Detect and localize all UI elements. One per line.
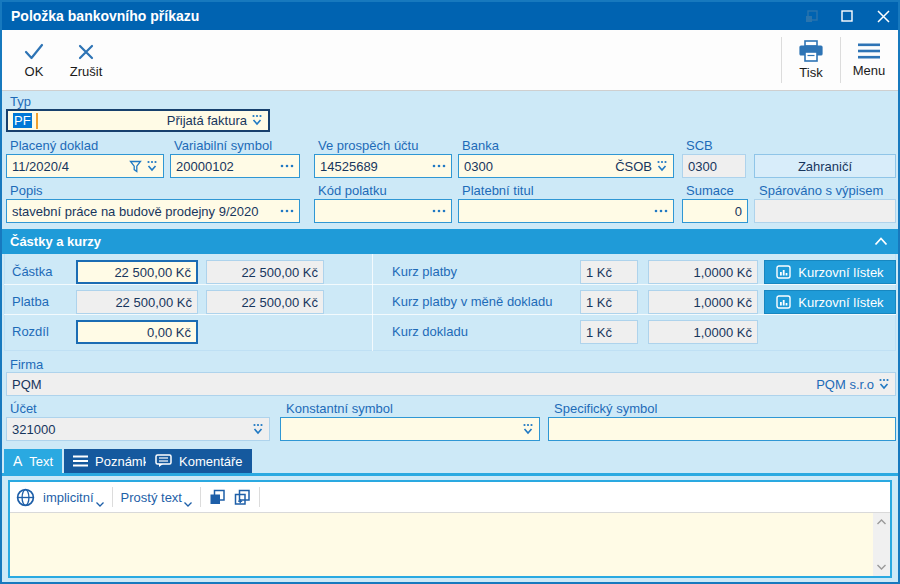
firma-label: Firma <box>10 357 43 372</box>
ve-prospech-uctu-field[interactable]: 14525689 <box>314 154 452 178</box>
x-icon <box>77 42 95 61</box>
editor-toolbar: implicitní Prostý text <box>10 482 890 513</box>
ok-button[interactable]: OK <box>10 36 58 84</box>
rozdil-field[interactable]: 0,00 Kč <box>76 320 198 344</box>
tab-strip-line <box>2 473 898 476</box>
chevron-up-icon[interactable] <box>874 237 898 246</box>
toolbar-separator <box>840 37 841 83</box>
notes-lines-icon <box>73 455 88 467</box>
sparovano-field <box>754 199 896 223</box>
kurzovni-listek-button[interactable]: Kurzovní lístek <box>764 260 896 284</box>
format-select[interactable]: Prostý text <box>121 490 192 505</box>
popis-field[interactable]: stavební práce na budově prodejny 9/2020 <box>6 199 300 223</box>
globe-icon[interactable] <box>16 488 35 507</box>
kod-polatku-field[interactable] <box>314 199 452 223</box>
specificky-symbol-label: Specifický symbol <box>554 401 657 416</box>
amounts-section-title: Částky a kurzy <box>2 234 874 249</box>
firma-field[interactable]: PQM PQM s.r.o <box>6 372 896 396</box>
toolbar-separator <box>781 37 782 83</box>
kurz-dokladu-unit-field: 1 Kč <box>580 320 638 344</box>
banka-field[interactable]: 0300 ČSOB <box>458 154 674 178</box>
typ-code: PF <box>13 113 32 128</box>
konstantni-symbol-field[interactable] <box>280 417 540 441</box>
close-icon[interactable] <box>872 5 894 27</box>
firma-display: PQM s.r.o <box>816 377 874 392</box>
ucet-label: Účet <box>10 401 37 416</box>
sumace-label: Sumace <box>686 183 734 198</box>
platba-field: 22 500,00 Kč <box>76 290 198 314</box>
maximize-icon[interactable] <box>836 5 858 27</box>
copy-plus-icon[interactable] <box>234 489 251 505</box>
variabilni-symbol-label: Variabilní symbol <box>174 138 272 153</box>
placeny-doklad-label: Placený doklad <box>10 138 98 153</box>
konstantni-symbol-label: Konstantní symbol <box>286 401 393 416</box>
tab-komentare-label: Komentáře <box>179 454 243 469</box>
chevron-down-icon <box>184 502 192 507</box>
main-toolbar: OK Zrušit Tisk Menu <box>2 30 898 91</box>
ellipsis-icon[interactable] <box>654 209 668 213</box>
dialog-window: Položka bankovního příkazu OK Zrušit <box>0 0 900 584</box>
chevron-down-icon <box>96 502 104 507</box>
typ-label: Typ <box>10 94 31 109</box>
combo-dropdown-icon[interactable] <box>251 114 263 127</box>
kurz-platby-rate-field: 1,0000 Kč <box>648 260 758 284</box>
castka-readonly-field: 22 500,00 Kč <box>206 260 324 284</box>
kod-polatku-label: Kód polatku <box>318 183 387 198</box>
rate-chart-icon <box>776 265 791 279</box>
text-content-area[interactable] <box>10 513 873 576</box>
printer-icon <box>798 40 824 62</box>
combo-dropdown-icon[interactable] <box>522 423 534 436</box>
filter-icon[interactable] <box>129 160 142 173</box>
ellipsis-icon[interactable] <box>280 164 294 168</box>
kurz-dokladu-label: Kurz dokladu <box>392 324 468 339</box>
kurz-platby-unit-field: 1 Kč <box>580 260 638 284</box>
castka-field[interactable]: 22 500,00 Kč <box>76 260 198 284</box>
scb-label: SCB <box>686 138 713 153</box>
cancel-button[interactable]: Zrušit <box>62 36 110 84</box>
kurzovni-listek-button-2[interactable]: Kurzovní lístek <box>764 290 896 314</box>
print-button[interactable]: Tisk <box>788 36 834 84</box>
combo-dropdown-icon[interactable] <box>656 160 668 173</box>
combo-dropdown-icon[interactable] <box>146 160 158 173</box>
copy-icon[interactable] <box>209 489 226 505</box>
banka-display: ČSOB <box>615 159 652 174</box>
popis-label: Popis <box>10 183 43 198</box>
ellipsis-icon[interactable] <box>432 209 446 213</box>
combo-dropdown-icon[interactable] <box>252 423 264 436</box>
combo-dropdown-icon[interactable] <box>878 378 890 391</box>
platebni-titul-label: Platební titul <box>462 183 534 198</box>
menu-button[interactable]: Menu <box>845 36 893 84</box>
specificky-symbol-field[interactable] <box>548 417 896 441</box>
variabilni-symbol-field[interactable]: 20000102 <box>170 154 300 178</box>
rozdil-label: Rozdíl <box>12 324 49 339</box>
tab-komentare[interactable]: Komentáře <box>146 449 252 473</box>
window-title: Položka bankovního příkazu <box>2 8 199 24</box>
text-editor: implicitní Prostý text <box>8 480 892 578</box>
ellipsis-icon[interactable] <box>432 164 446 168</box>
scroll-down-icon[interactable] <box>877 560 886 574</box>
print-label: Tisk <box>799 65 822 80</box>
amounts-section-header[interactable]: Částky a kurzy <box>2 229 898 254</box>
kurz-mene-rate-field: 1,0000 Kč <box>648 290 758 314</box>
placeny-doklad-field[interactable]: 11/2020/4 <box>6 154 164 178</box>
vertical-scrollbar[interactable] <box>873 513 890 576</box>
platba-readonly-field: 22 500,00 Kč <box>206 290 324 314</box>
ucet-field[interactable]: 321000 <box>6 417 270 441</box>
zahranici-button[interactable]: Zahraničí <box>754 154 896 178</box>
comment-bubble-icon <box>155 454 172 468</box>
form-area: Typ PF Přijatá faktura Placený doklad Va… <box>2 91 898 582</box>
restore-icon[interactable] <box>800 5 822 27</box>
sumace-field[interactable]: 0 <box>682 199 748 223</box>
scroll-up-icon[interactable] <box>877 515 886 529</box>
platebni-titul-field[interactable] <box>458 199 674 223</box>
ve-prospech-uctu-label: Ve prospěch účtu <box>318 138 418 153</box>
rate-chart-icon <box>776 295 791 309</box>
ellipsis-icon[interactable] <box>280 209 294 213</box>
sparovano-label: Spárováno s výpisem <box>759 183 883 198</box>
kurz-mene-label: Kurz platby v měně dokladu <box>392 294 552 309</box>
language-select[interactable]: implicitní <box>43 490 104 505</box>
tab-text[interactable]: A Text <box>4 449 62 473</box>
kurz-dokladu-rate-field: 1,0000 Kč <box>648 320 758 344</box>
scb-field: 0300 <box>682 154 746 178</box>
typ-field[interactable]: PF Přijatá faktura <box>6 109 270 132</box>
